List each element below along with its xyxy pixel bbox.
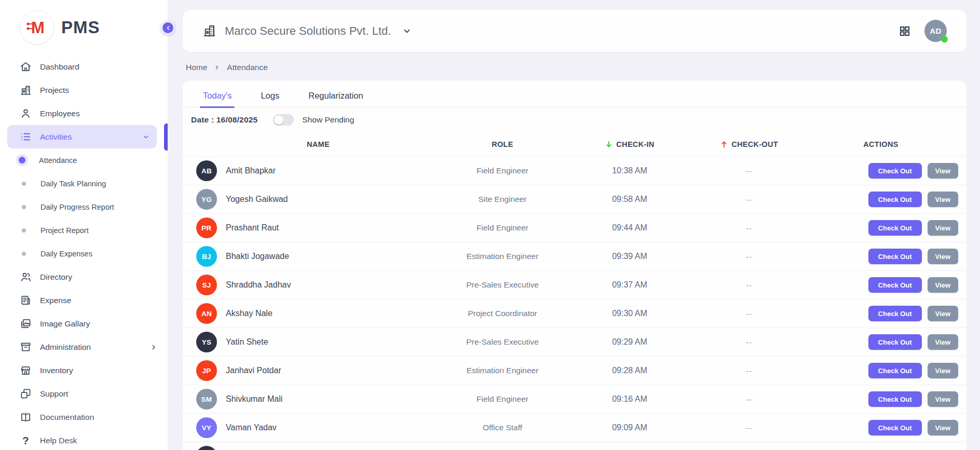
sidebar-item-attendance[interactable]: Attendance (0, 148, 168, 172)
sort-down-arrow-icon (605, 140, 613, 148)
view-button[interactable]: View (928, 306, 958, 321)
check-out-time: -- (695, 338, 804, 347)
sidebar-item-project-report[interactable]: Project Report (0, 219, 168, 242)
sidebar-subitem-label: Attendance (39, 156, 77, 165)
sidebar-item-label: Help Desk (40, 436, 77, 445)
sidebar-item-help-desk[interactable]: ? Help Desk (0, 429, 168, 450)
employee-role: Field Engineer (440, 166, 565, 175)
check-in-time: 09:37 AM (565, 280, 695, 290)
check-out-button[interactable]: Check Out (868, 334, 922, 350)
user-menu[interactable]: AD (924, 20, 947, 42)
chevron-left-icon (165, 25, 171, 31)
column-header-check-in[interactable]: CHECK-IN (565, 140, 695, 148)
date-label: Date : 16/08/2025 (191, 115, 257, 125)
tab-todays[interactable]: Today's (200, 88, 235, 107)
sidebar-item-label: Expense (40, 296, 71, 305)
sidebar-item-expense[interactable]: Expense (0, 289, 168, 312)
check-out-button[interactable]: Check Out (868, 220, 922, 236)
check-in-time: 09:28 AM (565, 366, 695, 375)
view-button[interactable]: View (928, 420, 958, 435)
view-button[interactable]: View (928, 391, 958, 407)
bullet-dot-icon (22, 205, 26, 209)
filter-row: Date : 16/08/2025 Show Pending (183, 107, 967, 132)
view-button[interactable]: View (928, 220, 958, 236)
table-row: ABAmit Bhapkar Field Engineer 10:38 AM -… (183, 156, 967, 185)
column-header-actions: ACTIONS (804, 140, 958, 148)
check-out-button[interactable]: Check Out (868, 192, 922, 207)
check-out-button[interactable]: Check Out (868, 277, 922, 293)
employee-name: Amit Bhapkar (226, 166, 276, 175)
view-button[interactable]: View (928, 163, 958, 179)
sidebar-item-daily-expenses[interactable]: Daily Expenses (0, 242, 168, 265)
check-out-button[interactable]: Check Out (868, 391, 922, 407)
table-row: SJShraddha Jadhav Pre-Sales Executive 09… (183, 270, 967, 299)
sidebar-item-employees[interactable]: Employees (0, 102, 168, 125)
check-out-time: -- (695, 366, 804, 375)
sidebar-item-inventory[interactable]: Inventory (0, 359, 168, 382)
table-row: YGYogesh Gaikwad Site Engineer 09:58 AM … (183, 185, 967, 213)
employee-role: Site Engineer (440, 195, 565, 204)
sidebar-item-documentation[interactable]: Documentation (0, 405, 168, 429)
check-out-time: -- (695, 424, 804, 432)
bullet-dot-icon (22, 228, 26, 233)
check-out-time: -- (695, 309, 804, 318)
sidebar-item-daily-task-planning[interactable]: Daily Task Planning (0, 172, 168, 195)
sidebar-item-label: Support (40, 389, 68, 399)
check-out-button[interactable]: Check Out (868, 163, 922, 179)
sidebar-item-daily-progress-report[interactable]: Daily Progress Report (0, 195, 168, 219)
column-header-check-out[interactable]: CHECK-OUT (695, 140, 804, 148)
view-button[interactable]: View (928, 249, 958, 264)
chevron-right-icon (150, 344, 157, 351)
employee-name: Bhakti Jogawade (226, 252, 289, 261)
archive-box-icon (20, 341, 32, 353)
employee-role: Estimation Engineer (440, 366, 565, 375)
check-out-button[interactable]: Check Out (868, 363, 922, 378)
employee-name: Shivkumar Mali (226, 394, 282, 404)
table-row: SMShivkumar Mali Field Engineer 09:16 AM… (183, 385, 967, 413)
check-out-button[interactable]: Check Out (868, 420, 922, 435)
view-button[interactable]: View (928, 192, 958, 207)
sidebar-item-image-gallary[interactable]: Image Gallary (0, 312, 168, 335)
view-button[interactable]: View (928, 363, 958, 378)
storefront-icon (20, 364, 32, 376)
show-pending-toggle[interactable] (273, 114, 294, 126)
check-in-time: 09:58 AM (565, 195, 695, 204)
check-out-button[interactable]: Check Out (868, 306, 922, 321)
company-selector[interactable]: Marco Secure Solutions Pvt. Ltd. (202, 24, 412, 38)
building-icon (20, 84, 32, 96)
sidebar-item-directory[interactable]: Directory (0, 265, 168, 289)
employee-role: Field Engineer (440, 223, 565, 233)
sidebar-item-label: Projects (40, 86, 69, 95)
sidebar-subitem-label: Daily Progress Report (40, 203, 114, 211)
tab-regularization[interactable]: Regularization (305, 88, 366, 107)
check-out-button[interactable]: Check Out (868, 249, 922, 264)
apps-grid-icon[interactable] (899, 25, 911, 37)
chevron-down-icon (402, 26, 412, 36)
sidebar-item-support[interactable]: Support (0, 382, 168, 405)
sidebar-item-projects[interactable]: Projects (0, 78, 168, 102)
bullet-dot-icon (22, 182, 26, 186)
avatar: AN (196, 303, 217, 324)
sidebar-subitem-label: Daily Task Planning (40, 180, 106, 188)
sidebar-item-activities[interactable]: Activities (7, 125, 157, 148)
tab-bar: Today's Logs Regularization (183, 80, 967, 107)
breadcrumb-current: Attendance (227, 63, 267, 72)
column-header-label: CHECK-IN (616, 140, 654, 148)
sidebar-item-label: Directory (40, 272, 72, 282)
employee-role: Office Staff (440, 423, 565, 432)
table-row: ANAkshay Nale Project Coordinator 09:30 … (183, 299, 967, 328)
view-button[interactable]: View (928, 334, 958, 350)
sidebar: M PMS Dashboard Projects Employees (0, 0, 168, 450)
sidebar-item-administration[interactable]: Administration (0, 335, 168, 359)
sidebar-item-dashboard[interactable]: Dashboard (0, 55, 168, 78)
sidebar-item-label: Administration (40, 343, 91, 352)
home-icon (20, 61, 32, 73)
sidebar-nav: Dashboard Projects Employees Activities … (0, 52, 168, 450)
view-button[interactable]: View (928, 277, 958, 293)
employee-name: Shraddha Jadhav (226, 280, 291, 290)
check-in-time: 09:16 AM (565, 394, 695, 404)
sidebar-collapse-button[interactable] (161, 21, 175, 35)
breadcrumb-home[interactable]: Home (186, 63, 207, 72)
tab-logs[interactable]: Logs (257, 88, 282, 107)
avatar: BJ (196, 246, 217, 267)
